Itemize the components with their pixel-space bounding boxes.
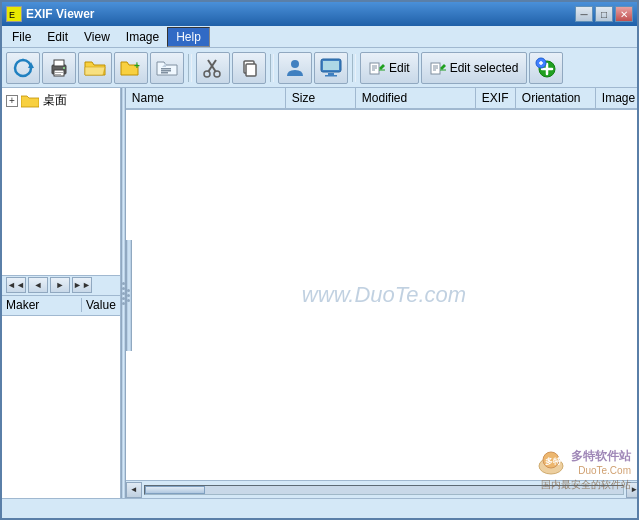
cut-button[interactable]	[196, 52, 230, 84]
svg-rect-23	[328, 73, 334, 75]
svg-rect-22	[323, 61, 339, 70]
window-title: EXIF Viewer	[26, 7, 575, 21]
file-tree[interactable]: + 桌面	[2, 88, 120, 276]
new-folder-button[interactable]: +	[114, 52, 148, 84]
scroll-right-button[interactable]: ►	[626, 482, 637, 498]
tree-folder-icon	[21, 94, 39, 108]
svg-rect-24	[325, 75, 337, 77]
person-button[interactable]	[278, 52, 312, 84]
menu-view[interactable]: View	[76, 27, 118, 47]
svg-point-19	[291, 60, 299, 68]
close-button[interactable]: ✕	[615, 6, 633, 22]
scroll-thumb[interactable]	[145, 486, 205, 494]
menu-image[interactable]: Image	[118, 27, 167, 47]
nav-first-button[interactable]: ◄◄	[6, 277, 26, 293]
exif-data-area[interactable]	[2, 316, 120, 499]
col-header-image[interactable]: Image	[596, 88, 637, 108]
refresh-button[interactable]	[6, 52, 40, 84]
title-bar: E EXIF Viewer ─ □ ✕	[2, 2, 637, 26]
scroll-track[interactable]	[144, 485, 624, 495]
menu-help[interactable]: Help	[167, 27, 210, 47]
edit-selected-label: Edit selected	[450, 61, 519, 75]
window-controls: ─ □ ✕	[575, 6, 633, 22]
exif-col-value-header: Value	[82, 298, 120, 312]
nav-prev-button[interactable]: ◄	[28, 277, 48, 293]
menu-edit[interactable]: Edit	[39, 27, 76, 47]
toolbar-sep-3	[352, 54, 356, 82]
scroll-left-button[interactable]: ◄	[126, 482, 142, 498]
svg-text:+: +	[134, 60, 140, 71]
nav-last-button[interactable]: ►►	[72, 277, 92, 293]
file-list-body[interactable]: www.DuoTe.com	[126, 110, 637, 480]
copy-button[interactable]	[232, 52, 266, 84]
h-scrollbar[interactable]: ◄ ►	[126, 480, 637, 498]
tree-label-desktop: 桌面	[43, 92, 67, 109]
col-header-modified[interactable]: Modified	[356, 88, 476, 108]
tree-expand-desktop[interactable]: +	[6, 95, 18, 107]
svg-rect-18	[246, 64, 256, 76]
menu-file[interactable]: File	[4, 27, 39, 47]
exif-col-maker-header: Maker	[2, 298, 82, 312]
main-content: + 桌面 ◄◄ ◄ ► ►► Maker Value	[2, 88, 637, 498]
exif-table-header: Maker Value	[2, 296, 120, 316]
svg-text:E: E	[9, 10, 15, 20]
col-header-size[interactable]: Size	[286, 88, 356, 108]
svg-point-16	[214, 71, 220, 77]
main-window: E EXIF Viewer ─ □ ✕ File Edit View Image…	[0, 0, 639, 520]
print-button[interactable]	[42, 52, 76, 84]
svg-rect-6	[55, 72, 63, 73]
exif-nav-bar: ◄◄ ◄ ► ►►	[2, 276, 120, 296]
toolbar-sep-1	[188, 54, 192, 82]
svg-rect-11	[161, 70, 171, 72]
watermark: www.DuoTe.com	[302, 282, 466, 308]
inner-splitter[interactable]	[126, 240, 132, 351]
add-button[interactable]	[529, 52, 563, 84]
col-header-orientation[interactable]: Orientation	[516, 88, 596, 108]
file-list-header: Name Size Modified EXIF Orientation Imag…	[126, 88, 637, 110]
splitter-handle	[122, 282, 125, 305]
status-bar: 多特 多特软件站 DuoTe.Com 国内最安全的软件站	[2, 498, 637, 518]
minimize-button[interactable]: ─	[575, 6, 593, 22]
edit-selected-button[interactable]: Edit selected	[421, 52, 528, 84]
edit-button[interactable]: Edit	[360, 52, 419, 84]
svg-rect-12	[161, 72, 168, 74]
col-header-exif[interactable]: EXIF	[476, 88, 516, 108]
edit-label: Edit	[389, 61, 410, 75]
app-icon: E	[6, 6, 22, 22]
right-panel: Name Size Modified EXIF Orientation Imag…	[126, 88, 637, 498]
monitor-button[interactable]	[314, 52, 348, 84]
tree-item-desktop[interactable]: + 桌面	[4, 90, 118, 111]
nav-next-button[interactable]: ►	[50, 277, 70, 293]
svg-rect-4	[54, 60, 64, 66]
svg-point-8	[63, 67, 65, 69]
folder-open-button[interactable]	[78, 52, 112, 84]
left-panel: + 桌面 ◄◄ ◄ ► ►► Maker Value	[2, 88, 121, 498]
svg-rect-7	[55, 74, 61, 75]
open-file-button[interactable]	[150, 52, 184, 84]
menu-bar: File Edit View Image Help	[2, 26, 637, 48]
col-header-name[interactable]: Name	[126, 88, 286, 108]
toolbar: +	[2, 48, 637, 88]
svg-point-15	[204, 71, 210, 77]
restore-button[interactable]: □	[595, 6, 613, 22]
svg-rect-10	[161, 68, 171, 70]
toolbar-sep-2	[270, 54, 274, 82]
